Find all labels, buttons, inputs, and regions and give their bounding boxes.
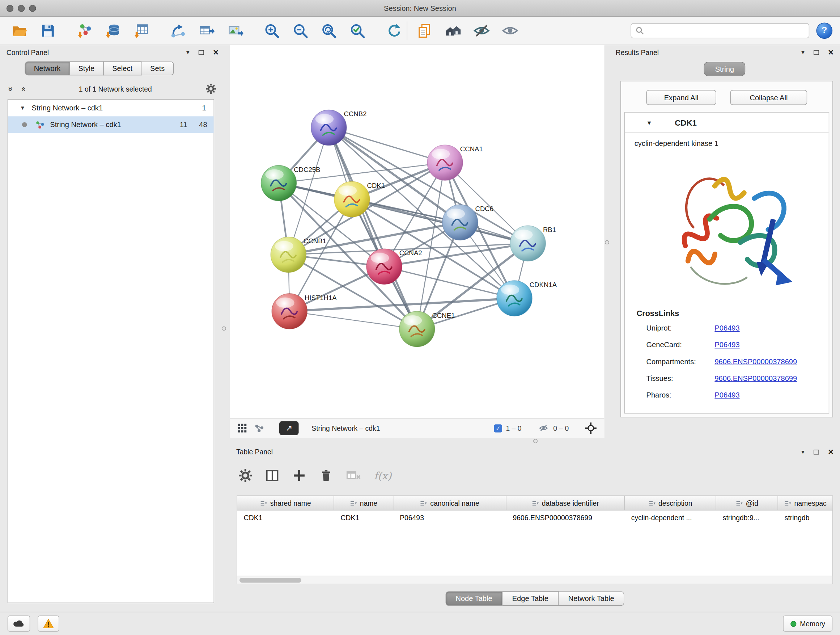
left-splitter-handle[interactable]: [222, 326, 226, 331]
network-edge[interactable]: [329, 128, 445, 163]
crosslink-value[interactable]: P06493: [714, 341, 739, 349]
column-header[interactable]: @id: [716, 496, 778, 510]
import-network-from-file-button[interactable]: [73, 19, 96, 42]
float-panel-icon[interactable]: [199, 50, 204, 55]
crosslink-value[interactable]: 9606.ENSP00000378699: [714, 358, 797, 366]
network-node-ccna1[interactable]: CCNA1: [427, 145, 483, 180]
import-network-from-database-button[interactable]: [101, 19, 125, 42]
right-splitter-handle[interactable]: [605, 240, 609, 244]
network-canvas[interactable]: CCNB2CCNA1CDC25BCDK1CDC6RB1CCNB1CCNA2CDK…: [230, 45, 604, 418]
table-row[interactable]: CDK1 CDK1 P06493 9606.ENSP00000378699 cy…: [237, 510, 832, 524]
delete-column-trash-icon[interactable]: [319, 469, 333, 483]
float-panel-icon[interactable]: [813, 449, 819, 454]
memory-button[interactable]: Memory: [783, 616, 832, 632]
network-node-cdc6[interactable]: CDC6: [442, 204, 493, 240]
network-row-selected[interactable]: String Network – cdk1 11 48: [8, 116, 213, 133]
home-button[interactable]: [441, 19, 465, 42]
search-input[interactable]: [647, 27, 804, 35]
zoom-in-button[interactable]: [260, 19, 283, 42]
tab-network[interactable]: Network: [25, 62, 69, 76]
cell-shared-name[interactable]: CDK1: [237, 510, 334, 524]
network-node-ccnb2[interactable]: CCNB2: [311, 110, 367, 145]
horizontal-splitter-handle[interactable]: [533, 439, 538, 443]
crosshair-icon[interactable]: [585, 422, 597, 434]
zoom-selected-button[interactable]: [346, 19, 369, 42]
close-panel-icon[interactable]: ×: [213, 48, 218, 57]
open-session-button[interactable]: [8, 19, 31, 42]
tab-node-table[interactable]: Node Table: [445, 591, 502, 606]
export-network-button[interactable]: [166, 19, 190, 42]
title-bar[interactable]: Session: New Session: [0, 0, 840, 17]
network-node-cdk1[interactable]: CDK1: [334, 181, 385, 217]
network-node-hist1h1a[interactable]: HIST1H1A: [272, 294, 337, 329]
cell-id[interactable]: stringdb:9...: [716, 510, 778, 524]
expand-all-icon[interactable]: »: [19, 87, 27, 91]
gear-icon[interactable]: [205, 84, 216, 95]
cloud-button[interactable]: [8, 616, 30, 632]
cell-canonical-name[interactable]: P06493: [393, 510, 506, 524]
network-node-cdkn1a[interactable]: CDKN1A: [497, 280, 557, 316]
collapse-entry-icon[interactable]: ▼: [646, 119, 652, 126]
table-settings-gear-icon[interactable]: [238, 469, 253, 483]
network-node-ccnb1[interactable]: CCNB1: [271, 237, 326, 272]
column-header[interactable]: canonical name: [393, 496, 506, 510]
network-node-label: HIST1H1A: [305, 294, 337, 302]
column-header[interactable]: database identifier: [507, 496, 625, 510]
crosslink-value[interactable]: P06493: [714, 324, 739, 332]
hide-graphics-details-button[interactable]: [470, 19, 493, 42]
sort-icon: [736, 500, 742, 507]
network-small-icon[interactable]: [255, 424, 264, 432]
export-table-button[interactable]: [195, 19, 218, 42]
panel-menu-icon[interactable]: ▾: [186, 49, 189, 55]
cell-namespace[interactable]: stringdb: [778, 510, 832, 524]
tab-edge-table[interactable]: Edge Table: [502, 591, 559, 606]
selected-checkbox-icon[interactable]: ✓: [494, 424, 502, 432]
duplicate-network-button[interactable]: [413, 19, 436, 42]
close-panel-icon[interactable]: ×: [828, 48, 834, 57]
network-node-ccna2[interactable]: CCNA2: [366, 249, 422, 284]
hidden-eye-icon[interactable]: [538, 424, 549, 432]
zoom-out-button[interactable]: [288, 19, 312, 42]
cell-name[interactable]: CDK1: [334, 510, 393, 524]
collapse-all-button[interactable]: Collapse All: [730, 90, 807, 105]
tab-select[interactable]: Select: [103, 62, 141, 76]
tab-network-table[interactable]: Network Table: [559, 591, 624, 606]
tab-string[interactable]: String: [704, 62, 745, 76]
collapse-all-icon[interactable]: »: [7, 87, 15, 91]
zoom-fit-button[interactable]: [317, 19, 340, 42]
crosslink-value[interactable]: 9606.ENSP00000378699: [714, 374, 797, 382]
column-header[interactable]: description: [625, 496, 716, 510]
save-session-button[interactable]: [36, 19, 60, 42]
help-button[interactable]: ?: [816, 22, 833, 39]
tab-sets[interactable]: Sets: [141, 62, 174, 76]
refresh-button[interactable]: [382, 19, 406, 42]
detach-view-button[interactable]: ↗: [279, 421, 299, 435]
cell-database-identifier[interactable]: 9606.ENSP00000378699: [507, 510, 625, 524]
panel-menu-icon[interactable]: ▾: [801, 448, 805, 455]
export-image-button[interactable]: [223, 19, 247, 42]
column-header[interactable]: name: [334, 496, 393, 510]
expand-all-button[interactable]: Expand All: [646, 90, 716, 105]
tab-style[interactable]: Style: [70, 62, 104, 76]
network-node-ccne1[interactable]: CCNE1: [399, 311, 455, 347]
float-panel-icon[interactable]: [813, 50, 819, 55]
warnings-button[interactable]: [38, 616, 59, 632]
scrollbar-thumb[interactable]: [240, 578, 302, 583]
crosslink-value[interactable]: P06493: [714, 391, 739, 399]
horizontal-scrollbar[interactable]: [237, 576, 832, 584]
network-edge[interactable]: [329, 128, 417, 329]
show-graphics-details-button[interactable]: [498, 19, 522, 42]
panel-menu-icon[interactable]: ▾: [801, 49, 805, 55]
column-header[interactable]: namespac: [778, 496, 832, 510]
network-node-rb1[interactable]: RB1: [510, 226, 556, 261]
grid-view-icon[interactable]: [237, 423, 247, 433]
network-collection-row[interactable]: ▼ String Network – cdk1 1: [8, 100, 213, 116]
disclosure-triangle-icon[interactable]: ▼: [20, 105, 25, 111]
add-column-icon[interactable]: [292, 469, 306, 483]
close-panel-icon[interactable]: ×: [828, 447, 834, 456]
import-table-button[interactable]: [129, 19, 153, 42]
show-columns-icon[interactable]: [265, 469, 279, 483]
network-edge[interactable]: [289, 311, 417, 329]
column-header[interactable]: shared name: [237, 496, 334, 510]
cell-description[interactable]: cyclin-dependent ...: [625, 510, 716, 524]
